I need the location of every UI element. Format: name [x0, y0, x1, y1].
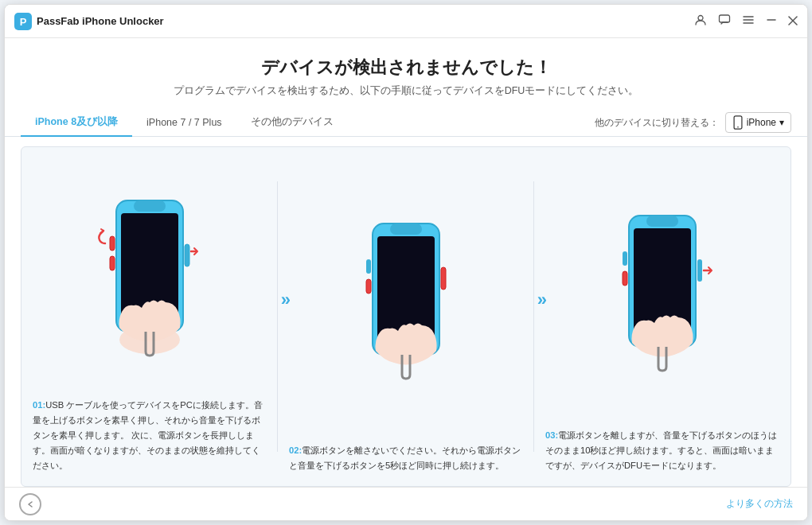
- tab-other[interactable]: その他のデバイス: [236, 109, 348, 137]
- svg-rect-16: [110, 256, 115, 270]
- svg-point-2: [698, 16, 703, 21]
- more-methods-link[interactable]: より多くの方法: [726, 497, 793, 511]
- app-window: P PassFab iPhone Unlocker: [4, 4, 808, 521]
- back-button[interactable]: [19, 493, 41, 515]
- step-2-phone-svg: [350, 216, 462, 383]
- phone-small-icon: [732, 115, 744, 130]
- step-2-number: 02:: [289, 445, 302, 455]
- svg-rect-21: [390, 224, 422, 235]
- main-content: デバイスが検出されませんでした！ プログラムでデバイスを検出するため、以下の手順…: [5, 38, 807, 520]
- step-2-panel: 02:電源ボタンを離さないでください。それから電源ボタンと音量を下げるボタンを5…: [278, 147, 534, 486]
- svg-rect-29: [623, 271, 627, 286]
- tab-iphone8[interactable]: iPhone 8及び以降: [21, 109, 132, 137]
- menu-icon: [742, 14, 755, 26]
- step-1-panel: 01:USB ケーブルを使ってデバイスをPCに接続します。音量を上げるボタンを素…: [21, 147, 278, 486]
- svg-rect-30: [697, 259, 702, 282]
- device-current: iPhone: [747, 117, 776, 128]
- step-3-number: 03:: [545, 430, 558, 440]
- svg-rect-23: [366, 279, 371, 294]
- close-icon: [788, 16, 798, 25]
- device-switcher-label: 他のデバイスに切り替える：: [595, 116, 719, 130]
- app-title: PassFab iPhone Unlocker: [37, 15, 164, 27]
- account-button[interactable]: [694, 14, 707, 29]
- page-subtitle: プログラムでデバイスを検出するため、以下の手順に従ってデバイスをDFUモードにし…: [21, 84, 791, 98]
- svg-rect-22: [366, 259, 371, 274]
- step-1-text: 01:USB ケーブルを使ってデバイスをPCに接続します。音量を上げるボタンを素…: [33, 398, 267, 473]
- dropdown-arrow-icon: ▾: [779, 117, 784, 128]
- minimize-icon: [766, 14, 777, 25]
- device-select-dropdown[interactable]: iPhone ▾: [725, 112, 791, 133]
- svg-rect-27: [646, 216, 678, 227]
- step-3-panel: 03:電源ボタンを離しますが、音量を下げるボタンのほうはそのまま10秒ほど押し続…: [534, 147, 791, 486]
- page-title: デバイスが検出されませんでした！: [21, 56, 791, 80]
- app-icon: P: [14, 13, 32, 30]
- tab-iphone7[interactable]: iPhone 7 / 7 Plus: [132, 111, 236, 136]
- tabs-bar: iPhone 8及び以降 iPhone 7 / 7 Plus その他のデバイス …: [5, 109, 807, 137]
- svg-rect-3: [720, 15, 730, 22]
- svg-rect-28: [623, 251, 627, 266]
- menu-button[interactable]: [742, 14, 755, 29]
- header-section: デバイスが検出されませんでした！ プログラムでデバイスを検出するため、以下の手順…: [5, 38, 807, 106]
- titlebar-controls: [694, 14, 798, 29]
- bottom-bar: より多くの方法: [5, 487, 807, 520]
- steps-container: 01:USB ケーブルを使ってデバイスをPCに接続します。音量を上げるボタンを素…: [21, 146, 791, 487]
- svg-rect-15: [110, 236, 115, 251]
- titlebar: P PassFab iPhone Unlocker: [5, 5, 807, 38]
- step-2-illustration: [289, 163, 523, 435]
- step-arrow-1: »: [281, 290, 291, 310]
- svg-rect-24: [441, 267, 446, 290]
- step-arrow-2: »: [537, 290, 547, 310]
- step-2-text: 02:電源ボタンを離さないでください。それから電源ボタンと音量を下げるボタンを5…: [289, 443, 523, 473]
- svg-rect-14: [134, 200, 166, 212]
- back-arrow-icon: [26, 500, 34, 508]
- step-1-illustration: [33, 163, 267, 390]
- svg-rect-17: [185, 244, 189, 266]
- chat-icon: [718, 14, 731, 26]
- step-1-phone-svg: [94, 192, 205, 360]
- device-switcher: 他のデバイスに切り替える： iPhone ▾: [595, 112, 791, 133]
- chat-button[interactable]: [718, 14, 731, 29]
- minimize-button[interactable]: [766, 14, 777, 28]
- svg-point-11: [737, 126, 739, 128]
- svg-text:P: P: [20, 16, 27, 28]
- step-1-number: 01:: [33, 400, 45, 410]
- step-3-illustration: [545, 163, 779, 420]
- account-icon: [694, 14, 707, 26]
- titlebar-logo: P PassFab iPhone Unlocker: [14, 13, 694, 30]
- step-3-text: 03:電源ボタンを離しますが、音量を下げるボタンのほうはそのまま10秒ほど押し続…: [545, 428, 779, 473]
- step-3-phone-svg: [607, 208, 718, 375]
- close-button[interactable]: [788, 15, 798, 28]
